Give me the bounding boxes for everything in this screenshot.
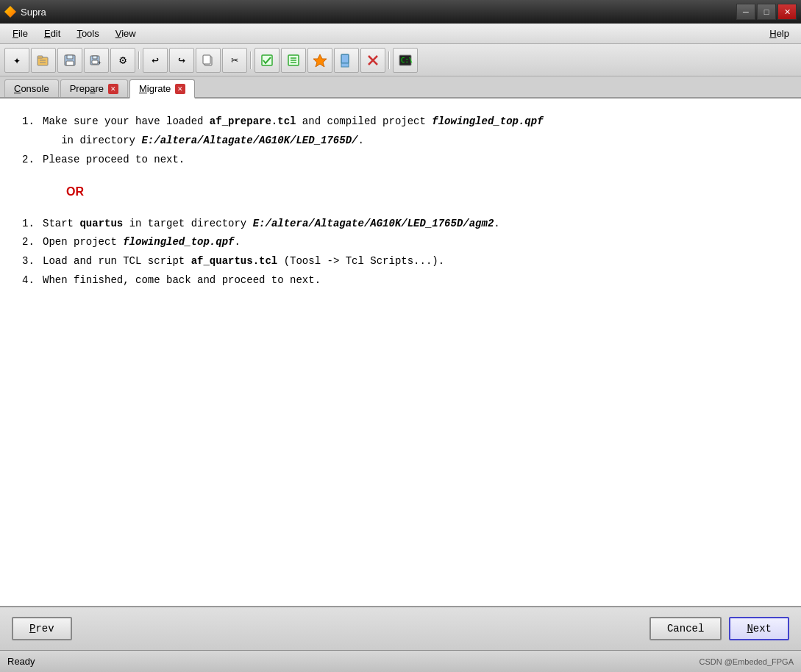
svg-rect-19: [341, 54, 349, 63]
cancel-button[interactable]: Cancel: [649, 617, 722, 640]
instruction-1: 1. Make sure your have loaded af_prepare…: [22, 113, 779, 131]
tab-prepare[interactable]: Prepare ✕: [60, 79, 128, 97]
section2: 1. Start quartus in target directory E:/…: [22, 215, 779, 290]
settings-button[interactable]: ⚙: [110, 48, 135, 73]
menu-file[interactable]: File: [6, 25, 35, 42]
toolbar-separator-3: [387, 48, 391, 73]
title-bar: Supra ─ □ ✕: [0, 0, 801, 24]
redo-button[interactable]: ↪: [169, 48, 194, 73]
menu-help[interactable]: Help: [763, 26, 795, 41]
title-bar-controls: ─ □ ✕: [736, 4, 797, 20]
or-label: OR: [66, 182, 779, 201]
instruction-1-cont: in directory E:/altera/Altagate/AG10K/LE…: [22, 132, 779, 150]
tab-prepare-label: Prepare: [70, 83, 104, 94]
instruction-2: 2. Please proceed to next.: [22, 151, 779, 169]
check1-button[interactable]: [254, 48, 280, 73]
terminal-button[interactable]: C:\: [393, 48, 418, 73]
bottom-bar: Prev Cancel Next: [0, 606, 801, 650]
menu-bar: File Edit Tools View Help: [0, 24, 801, 44]
svg-rect-0: [38, 57, 48, 65]
save-button[interactable]: [57, 48, 82, 73]
prev-button[interactable]: Prev: [12, 617, 72, 640]
app-icon: [4, 6, 16, 18]
undo-button[interactable]: ↩: [143, 48, 168, 73]
menu-view[interactable]: View: [109, 25, 143, 42]
close-x-button[interactable]: [360, 48, 385, 73]
svg-rect-8: [93, 56, 97, 59]
svg-text:C:\: C:\: [401, 57, 413, 64]
svg-rect-12: [203, 55, 210, 64]
svg-rect-5: [67, 55, 73, 59]
tab-console[interactable]: Console: [4, 79, 59, 97]
toolbar-separator-2: [249, 48, 253, 73]
status-bar: Ready CSDN @Embeded_FPGA: [0, 650, 801, 672]
menu-edit[interactable]: Edit: [38, 25, 67, 42]
check3-button[interactable]: [307, 48, 332, 73]
instruction-s2-4: 4. When finished, come back and proceed …: [22, 272, 779, 290]
app-title: Supra: [21, 7, 46, 18]
minimize-button[interactable]: ─: [736, 4, 755, 20]
status-credit: CSDN @Embeded_FPGA: [699, 657, 794, 666]
cut-button[interactable]: ✂: [222, 48, 247, 73]
toolbar-separator-1: [137, 48, 141, 73]
open-file-button[interactable]: [31, 48, 56, 73]
svg-marker-18: [313, 54, 327, 67]
tab-migrate-close[interactable]: ✕: [175, 84, 185, 94]
svg-rect-9: [92, 60, 98, 64]
instruction-s2-2: 2. Open project flowingled_top.qpf.: [22, 234, 779, 251]
svg-rect-1: [38, 56, 43, 58]
svg-text:+: +: [98, 60, 102, 66]
svg-rect-21: [341, 63, 349, 67]
section1: 1. Make sure your have loaded af_prepare…: [22, 113, 779, 168]
copy-button[interactable]: [196, 48, 221, 73]
check4-button[interactable]: [334, 48, 359, 73]
save-as-button[interactable]: +: [84, 48, 109, 73]
tab-console-label: Console: [14, 83, 49, 94]
close-button[interactable]: ✕: [777, 4, 797, 20]
instruction-s2-3: 3. Load and run TCL script af_quartus.tc…: [22, 253, 779, 271]
menu-tools[interactable]: Tools: [70, 25, 105, 42]
svg-rect-6: [66, 61, 74, 65]
new-file-button[interactable]: ✦: [4, 48, 29, 73]
tab-bar: Console Prepare ✕ Migrate ✕: [0, 76, 801, 99]
bottom-right-buttons: Cancel Next: [649, 617, 789, 640]
title-bar-left: Supra: [4, 6, 46, 18]
next-button[interactable]: Next: [729, 617, 789, 640]
main-content: 1. Make sure your have loaded af_prepare…: [0, 99, 801, 606]
instruction-s2-1: 1. Start quartus in target directory E:/…: [22, 215, 779, 233]
toolbar: ✦ + ⚙ ↩ ↪ ✂ C:\: [0, 44, 801, 76]
tab-prepare-close[interactable]: ✕: [108, 84, 118, 94]
maximize-button[interactable]: □: [757, 4, 776, 20]
check2-button[interactable]: [281, 48, 306, 73]
menu-bar-left: File Edit Tools View: [6, 25, 143, 42]
tab-migrate[interactable]: Migrate ✕: [129, 79, 195, 99]
tab-migrate-label: Migrate: [139, 83, 171, 94]
status-text: Ready: [7, 656, 35, 667]
